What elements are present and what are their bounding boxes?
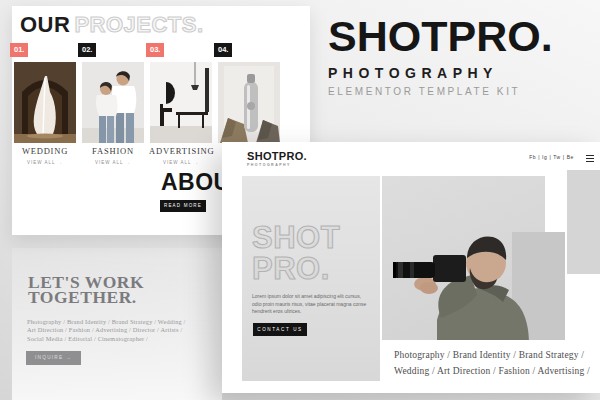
card-number-badge: 01. bbox=[10, 43, 28, 57]
work-together-panel: LET'S WORK TOGETHER. Photography / Brand… bbox=[12, 248, 222, 400]
hero-paragraph: Lorem ipsum dolor sit amet adipiscing el… bbox=[252, 293, 366, 316]
card-label: ADVERTISING bbox=[149, 146, 213, 156]
projects-heading-outline: PROJECTS. bbox=[74, 12, 203, 37]
projects-heading: OURPROJECTS. bbox=[20, 12, 204, 38]
arrow-right-icon: → bbox=[180, 215, 186, 220]
work-tags-line: Art Direction / Fashion / Advertising / … bbox=[27, 326, 186, 334]
card-number-badge: 03. bbox=[146, 43, 164, 57]
card-number-badge: 04. bbox=[214, 43, 232, 57]
mockup-logo-text: SHOTPRO. bbox=[247, 150, 307, 162]
social-links[interactable]: Fb | Ig | Tw | Be bbox=[529, 154, 574, 160]
contact-us-button[interactable]: CONTACT US bbox=[253, 323, 307, 336]
mockup-logo[interactable]: SHOTPRO. PHOTOGRAPHY bbox=[247, 150, 307, 167]
arrow-right-icon: → bbox=[194, 160, 200, 165]
work-tags[interactable]: Photography / Brand Identity / Brand Str… bbox=[27, 318, 186, 343]
work-heading: LET'S WORK TOGETHER. bbox=[28, 275, 144, 305]
card-number-badge: 02. bbox=[78, 43, 96, 57]
category-links-box: Photography / Brand Identity / Brand Str… bbox=[382, 340, 600, 386]
view-all-link[interactable]: VIEW ALL → bbox=[149, 160, 213, 165]
card-label: WEDDING bbox=[13, 146, 77, 156]
card-label: FASHION bbox=[81, 146, 145, 156]
brand-tagline: ELEMENTOR TEMPLATE KIT bbox=[328, 86, 553, 97]
view-all-link[interactable]: VIEW ALL → bbox=[81, 160, 145, 165]
website-mockup: SHOTPRO. PHOTOGRAPHY Fb | Ig | Tw | Be S… bbox=[222, 142, 600, 393]
photographer-image bbox=[385, 218, 545, 345]
mockup-logo-subtext: PHOTOGRAPHY bbox=[247, 163, 307, 167]
inquire-button[interactable]: INQUIRE → bbox=[26, 351, 81, 365]
hero-panel: SHOT PRO. Lorem ipsum dolor sit amet adi… bbox=[242, 176, 380, 381]
category-links-line[interactable]: Photography / Brand Identity / Brand Str… bbox=[394, 348, 600, 364]
category-links-line[interactable]: Wedding / Art Direction / Fashion / Adve… bbox=[394, 364, 600, 380]
work-tags-line: Photography / Brand Identity / Brand Str… bbox=[27, 318, 186, 326]
template-kit-preview: OURPROJECTS. 01. WEDDING VIEW ALL → bbox=[0, 0, 600, 400]
advertising-photo[interactable] bbox=[150, 62, 212, 143]
arrow-right-icon: → bbox=[126, 160, 132, 165]
brand-subtitle: PHOTOGRAPHY bbox=[328, 65, 553, 81]
read-more-button[interactable]: READ MORE → bbox=[160, 200, 206, 212]
decor-gray-block-right bbox=[567, 170, 600, 274]
work-heading-line2: TOGETHER. bbox=[28, 290, 144, 305]
branding-block: SHOTPRO. PHOTOGRAPHY ELEMENTOR TEMPLATE … bbox=[328, 14, 553, 97]
projects-heading-solid: OUR bbox=[20, 12, 70, 37]
brand-title: SHOTPRO. bbox=[328, 14, 553, 58]
arrow-right-icon: → bbox=[66, 355, 72, 360]
project-card-wedding[interactable]: 01. WEDDING VIEW ALL → bbox=[13, 43, 77, 188]
menu-icon[interactable] bbox=[586, 155, 594, 164]
project-card-fashion[interactable]: 02. FASHION VIEW ALL → bbox=[81, 43, 145, 188]
view-all-link[interactable]: VIEW ALL → bbox=[13, 160, 77, 165]
project-card-advertising[interactable]: 03. ADVERTISING VIEW ALL → bbox=[149, 43, 213, 188]
arrow-right-icon: → bbox=[58, 160, 64, 165]
wedding-photo[interactable] bbox=[14, 62, 76, 143]
product-photo[interactable] bbox=[218, 62, 280, 143]
work-tags-line: Social Media / Editorial / Cinematograph… bbox=[27, 335, 186, 343]
hero-outline-title: SHOT PRO. bbox=[252, 222, 340, 284]
fashion-photo[interactable] bbox=[82, 62, 144, 143]
